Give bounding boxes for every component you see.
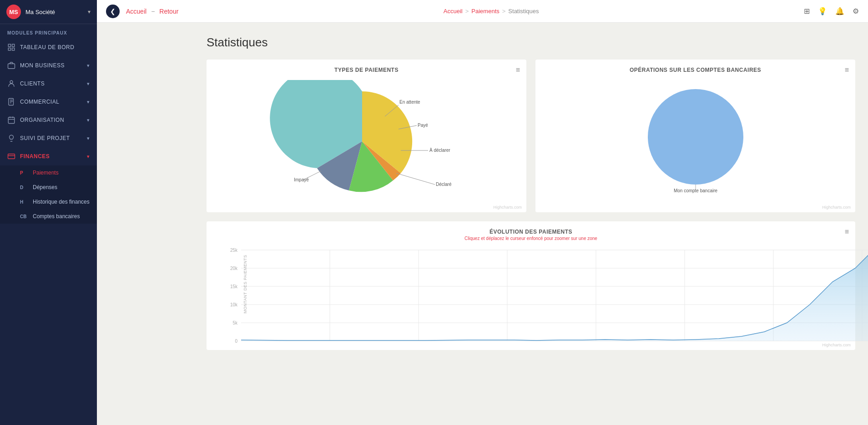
svg-point-5	[10, 80, 13, 83]
topbar: ❮ Accueil − Retour Accueil > Paiements >…	[97, 0, 868, 23]
sidebar-item-label: TABLEAU DE BORD	[20, 44, 74, 50]
bubble-circle	[648, 89, 743, 185]
svg-rect-14	[8, 154, 15, 159]
sidebar-item-finances[interactable]: FINANCES ▾	[0, 147, 97, 165]
sub-nav-paiements[interactable]: P Paiements	[0, 165, 97, 180]
sub-nav-prefix: D	[20, 185, 30, 190]
calendar-icon	[7, 116, 15, 124]
main-content: Statistiques TYPES DE PAIEMENTS ≡	[194, 23, 868, 425]
arrow-icon: ▾	[87, 154, 90, 160]
chart-menu-button[interactable]: ≡	[845, 66, 849, 74]
sub-nav-historique[interactable]: H Historique des finances	[0, 195, 97, 209]
company-logo: MS	[6, 5, 21, 19]
evolution-subtitle: Cliquez et déplacez le curseur enfoncé p…	[214, 236, 848, 241]
company-dropdown-icon[interactable]: ▾	[88, 9, 91, 15]
sidebar-item-tableau-de-bord[interactable]: TABLEAU DE BORD	[0, 38, 97, 56]
label-adeclarer: À déclarer	[429, 147, 450, 153]
sidebar-item-suivi-de-projet[interactable]: SUIVI DE PROJET ▾	[0, 129, 97, 147]
fbc-sep1: >	[465, 8, 469, 15]
full-breadcrumb: Accueil > Paiements > Statistiques	[178, 8, 804, 15]
arrow-icon: ▾	[87, 117, 90, 123]
svg-text:0: 0	[235, 339, 237, 344]
sub-nav-prefix: H	[20, 200, 30, 205]
sidebar-item-label: FINANCES	[20, 153, 50, 160]
separator: −	[151, 8, 155, 15]
svg-text:20k: 20k	[230, 266, 238, 271]
breadcrumb-retour[interactable]: Retour	[159, 8, 178, 15]
svg-text:5k: 5k	[232, 320, 238, 325]
company-name: Ma Société	[25, 9, 88, 15]
sidebar-item-label: MON BUSINESS	[20, 62, 65, 69]
sub-nav-comptes-bancaires[interactable]: CB Comptes bancaires	[0, 209, 97, 224]
arrow-icon: ▾	[87, 135, 90, 141]
sidebar-item-mon-business[interactable]: MON BUSINESS ▾	[0, 56, 97, 75]
label-impaye: Impayé	[294, 177, 309, 182]
back-button[interactable]: ❮	[106, 5, 120, 18]
svg-rect-2	[8, 48, 10, 50]
sub-nav-label: Dépenses	[33, 184, 57, 190]
chart-title: TYPES DE PAIEMENTS	[214, 67, 519, 73]
lightbulb2-icon[interactable]: 💡	[818, 7, 827, 15]
fbc-accueil[interactable]: Accueil	[444, 8, 463, 15]
area-chart-svg: 25k 20k 15k 10k 5k 0	[241, 245, 868, 345]
evolution-card: ÉVOLUTION DES PAIEMENTS Cliquez et dépla…	[207, 221, 855, 350]
bell-icon[interactable]: 🔔	[835, 7, 844, 15]
y-axis-label: MONTANT DES PAIEMENTS	[243, 255, 247, 313]
sidebar: MS Ma Société ▾ MODULES PRINCIPAUX TABLE…	[0, 0, 97, 425]
svg-rect-0	[8, 44, 10, 46]
person-icon	[7, 80, 15, 88]
sidebar-item-label: CLIENTS	[20, 80, 45, 87]
chart-types-paiements: TYPES DE PAIEMENTS ≡	[207, 60, 526, 212]
finance-icon	[7, 152, 15, 160]
briefcase-icon	[7, 61, 15, 70]
charts-row: TYPES DE PAIEMENTS ≡	[207, 60, 855, 212]
pie-container: En attente Payé À déclarer Déclaré Impay…	[214, 78, 519, 205]
label-paye: Payé	[418, 123, 428, 128]
sub-nav-label: Paiements	[33, 170, 59, 176]
evolution-chart-wrapper: MONTANT DES PAIEMENTS 25k 20k 15k 10k 5k	[214, 245, 848, 345]
svg-rect-1	[12, 44, 15, 46]
evolution-menu-button[interactable]: ≡	[845, 228, 849, 236]
sidebar-item-commercial[interactable]: COMMERCIAL ▾	[0, 93, 97, 111]
arrow-icon: ▾	[87, 99, 90, 105]
sidebar-item-label: COMMERCIAL	[20, 99, 59, 105]
fbc-sep2: >	[502, 8, 506, 15]
highcharts-credit: Highcharts.com	[493, 205, 522, 210]
arrow-icon: ▾	[87, 63, 90, 69]
bubble-chart-svg: Mon compte bancaire	[595, 80, 796, 203]
fbc-paiements[interactable]: Paiements	[471, 8, 499, 15]
breadcrumb-accueil[interactable]: Accueil	[126, 8, 146, 15]
sidebar-item-organisation[interactable]: ORGANISATION ▾	[0, 111, 97, 129]
sidebar-header[interactable]: MS Ma Société ▾	[0, 0, 97, 24]
label-enattente: En attente	[399, 100, 420, 105]
document-icon	[7, 98, 15, 106]
sidebar-item-label: ORGANISATION	[20, 117, 64, 123]
back-icon: ❮	[110, 8, 116, 15]
gear-icon[interactable]: ⚙	[853, 7, 859, 15]
modules-label: MODULES PRINCIPAUX	[0, 24, 97, 38]
sub-nav-depenses[interactable]: D Dépenses	[0, 180, 97, 195]
fbc-statistiques: Statistiques	[508, 8, 539, 15]
chart-operations-bancaires: OPÉRATIONS SUR LES COMPTES BANCAIRES ≡ M…	[535, 60, 855, 212]
bubble-container: Mon compte bancaire	[543, 78, 848, 205]
highcharts-credit: Highcharts.com	[822, 205, 851, 210]
pie-chart-svg: En attente Payé À déclarer Déclaré Impay…	[267, 80, 467, 203]
svg-text:15k: 15k	[230, 284, 238, 289]
sub-nav-prefix: CB	[20, 214, 30, 219]
evolution-highcharts-credit: Highcharts.com	[822, 343, 851, 347]
svg-rect-3	[12, 48, 15, 50]
lightbulb-icon	[7, 134, 15, 142]
chart-menu-button[interactable]: ≡	[516, 66, 520, 74]
sidebar-item-clients[interactable]: CLIENTS ▾	[0, 75, 97, 93]
label-line-declare	[396, 173, 435, 185]
svg-rect-10	[8, 117, 15, 124]
sub-nav-label: Historique des finances	[33, 199, 90, 205]
grid2-icon[interactable]: ⊞	[804, 7, 810, 15]
svg-rect-6	[9, 99, 14, 105]
chart-title: OPÉRATIONS SUR LES COMPTES BANCAIRES	[543, 67, 848, 73]
sidebar-item-label: SUIVI DE PROJET	[20, 135, 70, 141]
label-declare: Déclaré	[436, 182, 452, 187]
page-title: Statistiques	[207, 35, 855, 50]
sub-nav-label: Comptes bancaires	[33, 213, 80, 220]
topbar-right: ⊞ 💡 🔔 ⚙	[804, 7, 859, 15]
